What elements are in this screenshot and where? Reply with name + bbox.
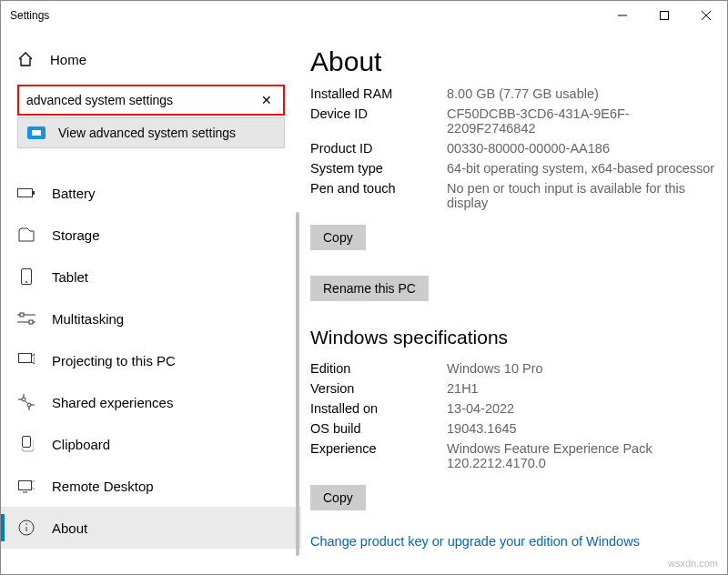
spec-row: Installed RAM8.00 GB (7.77 GB usable)	[310, 86, 727, 101]
nav-icon	[17, 479, 35, 493]
search-input[interactable]	[26, 93, 258, 107]
watermark: wsxdn.com	[668, 558, 718, 569]
spec-key: OS build	[310, 421, 447, 436]
sidebar: Home ✕ View advanced system settings Bat…	[1, 30, 301, 574]
windows-specs: EditionWindows 10 ProVersion21H1Installe…	[310, 361, 727, 470]
nav-label: Remote Desktop	[52, 479, 154, 494]
sidebar-item-battery[interactable]: Battery	[1, 172, 301, 214]
spec-row: Product ID00330-80000-00000-AA186	[310, 141, 727, 156]
clear-search-icon[interactable]: ✕	[258, 93, 276, 107]
maximize-button[interactable]	[643, 1, 685, 30]
nav-icon	[17, 227, 35, 242]
sidebar-item-tablet[interactable]: Tablet	[1, 256, 301, 298]
device-specs: Installed RAM8.00 GB (7.77 GB usable)Dev…	[310, 86, 727, 210]
spec-row: Installed on13-04-2022	[310, 401, 727, 416]
nav-icon	[17, 353, 35, 368]
copy-device-specs-button[interactable]: Copy	[310, 225, 366, 250]
titlebar: Settings	[1, 1, 727, 30]
spec-value: 64-bit operating system, x64-based proce…	[447, 161, 727, 176]
spec-value: 8.00 GB (7.77 GB usable)	[447, 86, 727, 101]
home-label: Home	[50, 52, 86, 67]
nav-label: Projecting to this PC	[52, 353, 176, 368]
sidebar-item-shared-experiences[interactable]: Shared experiences	[1, 381, 301, 423]
spec-key: Installed on	[310, 401, 447, 416]
nav-label: Battery	[52, 186, 96, 201]
svg-point-7	[25, 281, 27, 283]
window-controls	[602, 1, 727, 30]
svg-rect-15	[23, 437, 31, 448]
nav-icon	[17, 312, 35, 325]
sidebar-item-multitasking[interactable]: Multitasking	[1, 298, 301, 339]
svg-rect-12	[19, 354, 32, 363]
spec-value: 13-04-2022	[447, 401, 727, 416]
nav-icon	[17, 520, 35, 536]
close-button[interactable]	[685, 1, 727, 30]
spec-key: Installed RAM	[310, 86, 447, 101]
svg-rect-16	[19, 481, 32, 490]
spec-row: OS build19043.1645	[310, 421, 727, 436]
suggestion-label: View advanced system settings	[58, 126, 236, 140]
nav-label: Clipboard	[52, 437, 110, 452]
sidebar-item-remote-desktop[interactable]: Remote Desktop	[1, 465, 301, 507]
spec-value: 19043.1645	[447, 421, 727, 436]
page-title: About	[310, 46, 727, 77]
home-icon	[17, 51, 34, 67]
windows-specs-heading: Windows specifications	[310, 327, 727, 348]
minimize-button[interactable]	[602, 1, 643, 30]
spec-value: 21H1	[447, 381, 727, 396]
spec-key: Device ID	[310, 106, 447, 136]
spec-value: Windows Feature Experience Pack 120.2212…	[447, 441, 727, 470]
copy-windows-specs-button[interactable]: Copy	[310, 485, 366, 510]
suggestion-item[interactable]: View advanced system settings	[18, 118, 284, 147]
spec-value: No pen or touch input is available for t…	[447, 181, 727, 210]
nav-icon	[17, 268, 35, 285]
search-suggestions: View advanced system settings	[17, 117, 285, 148]
svg-rect-5	[33, 191, 35, 195]
spec-row: Device IDCF50DCBB-3CD6-431A-9E6F-2209F27…	[310, 106, 727, 136]
sidebar-item-storage[interactable]: Storage	[1, 214, 301, 256]
svg-rect-4	[18, 189, 33, 197]
spec-key: Version	[310, 381, 447, 396]
svg-point-13	[22, 398, 25, 401]
nav-label: Multitasking	[52, 311, 124, 327]
nav-label: Tablet	[52, 269, 88, 285]
sidebar-item-projecting-to-this-pc[interactable]: Projecting to this PC	[1, 339, 301, 381]
sidebar-item-about[interactable]: About	[1, 507, 301, 549]
spec-row: System type64-bit operating system, x64-…	[310, 161, 727, 176]
home-nav[interactable]: Home	[1, 39, 301, 79]
spec-row: Version21H1	[310, 381, 727, 396]
spec-row: ExperienceWindows Feature Experience Pac…	[310, 441, 727, 470]
spec-key: Edition	[310, 361, 447, 376]
spec-key: System type	[310, 161, 447, 176]
svg-rect-1	[661, 12, 669, 20]
scrollbar[interactable]	[296, 212, 299, 556]
nav-icon	[17, 394, 35, 410]
svg-point-14	[27, 403, 31, 407]
nav-list: BatteryStorageTabletMultitaskingProjecti…	[1, 172, 301, 549]
svg-point-20	[25, 523, 27, 525]
spec-row: Pen and touchNo pen or touch input is av…	[310, 181, 727, 210]
display-settings-icon	[27, 126, 46, 139]
nav-icon	[17, 187, 35, 199]
spec-key: Product ID	[310, 141, 447, 156]
spec-value: 00330-80000-00000-AA186	[447, 141, 727, 156]
nav-label: Shared experiences	[52, 395, 173, 410]
content-pane: About Installed RAM8.00 GB (7.77 GB usab…	[301, 30, 727, 574]
rename-pc-button[interactable]: Rename this PC	[310, 276, 429, 301]
spec-value: Windows 10 Pro	[447, 361, 727, 376]
nav-icon	[17, 436, 35, 452]
svg-rect-10	[20, 313, 24, 317]
nav-label: Storage	[52, 227, 100, 243]
nav-label: About	[52, 520, 87, 536]
spec-value: CF50DCBB-3CD6-431A-9E6F-2209F2746842	[447, 106, 727, 136]
window-title: Settings	[10, 9, 49, 22]
svg-rect-11	[29, 320, 33, 324]
search-box[interactable]: ✕	[17, 85, 285, 116]
spec-key: Pen and touch	[310, 181, 447, 210]
change-product-key-link[interactable]: Change product key or upgrade your editi…	[310, 534, 640, 549]
sidebar-item-clipboard[interactable]: Clipboard	[1, 423, 301, 465]
spec-row: EditionWindows 10 Pro	[310, 361, 727, 376]
spec-key: Experience	[310, 441, 447, 470]
